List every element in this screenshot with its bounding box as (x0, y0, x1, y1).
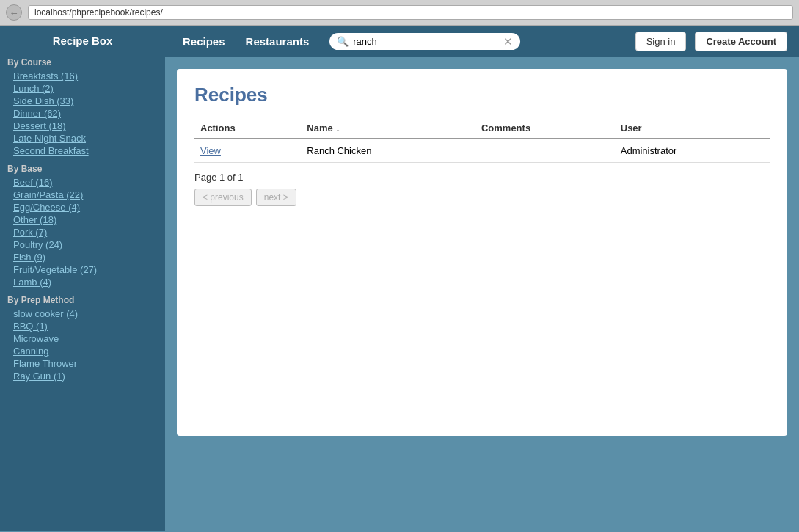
content-box: Recipes Actions Name ↓ Comments User (177, 69, 787, 436)
sidebar-item-canning[interactable]: Canning (13, 346, 158, 357)
sidebar-item-side-dish[interactable]: Side Dish (33) (13, 95, 158, 106)
sidebar-item-fish[interactable]: Fish (9) (13, 252, 158, 263)
table-header-row: Actions Name ↓ Comments User (194, 118, 770, 139)
col-actions: Actions (194, 118, 301, 139)
by-course-label: By Course (7, 57, 158, 68)
sidebar-item-fruit-vegetable[interactable]: Fruit/Vegetable (27) (13, 264, 158, 275)
sidebar-item-breakfasts[interactable]: Breakfasts (16) (13, 70, 158, 81)
table-cell-name: Ranch Chicken (301, 139, 475, 163)
col-name: Name ↓ (301, 118, 475, 139)
sidebar-item-late-night-snack[interactable]: Late Night Snack (13, 133, 158, 144)
by-base-label: By Base (7, 164, 158, 174)
sidebar-item-lunch[interactable]: Lunch (2) (13, 83, 158, 94)
sidebar-item-egg-cheese[interactable]: Egg/Cheese (4) (13, 202, 158, 213)
sidebar-item-grain-pasta[interactable]: Grain/Pasta (22) (13, 189, 158, 200)
sidebar-item-microwave[interactable]: Microwave (13, 333, 158, 344)
table-cell-action: View (194, 139, 301, 163)
create-account-button[interactable]: Create Account (695, 32, 787, 51)
nav-restaurants[interactable]: Restaurants (240, 32, 315, 51)
table-cell-user: Administrator (615, 139, 770, 163)
sidebar-item-bbq[interactable]: BBQ (1) (13, 321, 158, 332)
search-container: 🔍 ✕ (329, 33, 520, 50)
search-clear-icon[interactable]: ✕ (503, 36, 513, 47)
main-layout: Recipe Box By Course Breakfasts (16) Lun… (0, 26, 799, 531)
right-panel: Recipes Restaurants 🔍 ✕ Sign in Create A… (165, 26, 799, 531)
sidebar-item-ray-gun[interactable]: Ray Gun (1) (13, 371, 158, 382)
url-bar[interactable]: localhost/phprecipebook/recipes/ (28, 5, 793, 20)
search-input[interactable] (353, 36, 499, 47)
sidebar-item-pork[interactable]: Pork (7) (13, 227, 158, 238)
table-row: View Ranch Chicken Administrator (194, 139, 770, 163)
by-prep-label: By Prep Method (7, 295, 158, 305)
recipes-table: Actions Name ↓ Comments User View Ranch … (194, 118, 770, 163)
sidebar-item-poultry[interactable]: Poultry (24) (13, 239, 158, 250)
browser-chrome: ← localhost/phprecipebook/recipes/ (0, 0, 799, 26)
sidebar-item-dinner[interactable]: Dinner (62) (13, 108, 158, 119)
view-link[interactable]: View (200, 145, 221, 156)
sidebar-title: Recipe Box (7, 34, 158, 47)
nav-recipes[interactable]: Recipes (177, 32, 231, 51)
prev-button[interactable]: < previous (194, 189, 252, 206)
sidebar-item-second-breakfast[interactable]: Second Breakfast (13, 145, 158, 156)
page-title: Recipes (194, 84, 770, 106)
col-comments: Comments (475, 118, 615, 139)
sidebar-item-slow-cooker[interactable]: slow cooker (4) (13, 308, 158, 319)
table-cell-comments (475, 139, 615, 163)
sidebar: Recipe Box By Course Breakfasts (16) Lun… (0, 26, 165, 531)
sidebar-item-dessert[interactable]: Dessert (18) (13, 120, 158, 131)
sidebar-item-lamb[interactable]: Lamb (4) (13, 277, 158, 288)
back-button[interactable]: ← (6, 4, 22, 21)
search-icon: 🔍 (337, 36, 349, 47)
page-info: Page 1 of 1 (194, 172, 770, 183)
pagination: < previous next > (194, 189, 770, 206)
next-button[interactable]: next > (256, 189, 296, 206)
sidebar-item-beef[interactable]: Beef (16) (13, 177, 158, 188)
top-nav: Recipes Restaurants 🔍 ✕ Sign in Create A… (165, 26, 799, 57)
sidebar-item-flame-thrower[interactable]: Flame Thrower (13, 358, 158, 369)
content-wrapper: Recipes Actions Name ↓ Comments User (165, 57, 799, 531)
sidebar-item-other[interactable]: Other (18) (13, 214, 158, 225)
col-user: User (615, 118, 770, 139)
signin-button[interactable]: Sign in (635, 32, 687, 51)
